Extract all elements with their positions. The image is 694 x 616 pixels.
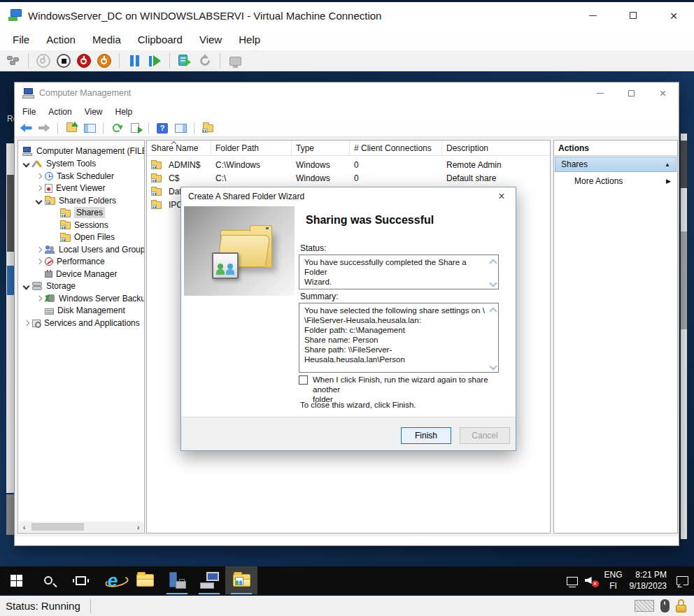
search-button[interactable]	[32, 566, 64, 594]
internet-explorer-button[interactable]: e	[97, 566, 129, 594]
tree-item-windows-server-backup[interactable]: Windows Server Backup	[18, 292, 144, 305]
save-vm-icon[interactable]	[97, 53, 112, 69]
cm-menu-help[interactable]: Help	[109, 105, 139, 119]
chevron-collapsed-icon[interactable]	[36, 259, 42, 264]
chevron-expanded-icon[interactable]	[24, 161, 29, 166]
refresh-icon[interactable]	[110, 122, 124, 134]
up-one-level-icon[interactable]	[64, 122, 78, 134]
file-explorer-button[interactable]	[129, 566, 161, 594]
actions-group-shares[interactable]: Shares▲	[555, 157, 677, 172]
cm-menu-view[interactable]: View	[78, 105, 109, 119]
reset-vm-icon[interactable]	[147, 53, 162, 69]
vm-menu-media[interactable]: Media	[84, 30, 129, 49]
finish-button[interactable]: Finish	[401, 427, 451, 444]
actions-more-actions[interactable]: More Actions▶	[555, 173, 677, 189]
start-button[interactable]	[0, 566, 32, 594]
tree-item-shared-folders[interactable]: Shared Folders	[18, 194, 144, 207]
tree-item-device-manager[interactable]: Device Manager	[18, 268, 144, 280]
scroll-up-icon[interactable]	[490, 258, 496, 264]
cm-minimize-button[interactable]	[584, 83, 616, 103]
tree-item-event-viewer[interactable]: Event Viewer	[18, 182, 144, 194]
tree-item-performance[interactable]: Performance	[18, 255, 144, 268]
status-textbox[interactable]: You have successfully completed the Shar…	[299, 255, 499, 289]
column-share-name[interactable]: Share Name	[147, 141, 211, 155]
tree-item-shares[interactable]: Shares	[18, 206, 144, 219]
pause-vm-icon[interactable]	[127, 53, 142, 69]
region-code: FI	[609, 580, 617, 592]
tree-item-task-scheduler[interactable]: Task Scheduler	[18, 170, 144, 182]
wizard-close-button[interactable]: ×	[488, 187, 516, 206]
tree-item-services-applications[interactable]: Services and Applications	[18, 317, 144, 329]
back-icon[interactable]	[19, 122, 33, 134]
computer-management-button[interactable]	[193, 566, 225, 594]
start-vm-icon[interactable]	[36, 53, 51, 69]
tree-item-open-files[interactable]: Open Files	[18, 231, 144, 243]
tree-item-computer-management[interactable]: Computer Management (FILES	[18, 145, 144, 157]
scroll-down-icon[interactable]	[490, 280, 496, 286]
actions-pane-header: Actions	[554, 141, 677, 156]
share-row-admin[interactable]: ADMIN$ C:\Windows Windows 0 Remote Admin	[147, 158, 550, 171]
column-type[interactable]: Type	[292, 141, 350, 155]
run-again-checkbox-row[interactable]: When I click Finish, run the wizard agai…	[299, 375, 516, 404]
tree-item-sessions[interactable]: Sessions	[18, 219, 144, 231]
chevron-expanded-icon[interactable]	[24, 283, 29, 289]
enhanced-session-icon[interactable]	[227, 53, 243, 69]
summary-textbox[interactable]: You have selected the following share se…	[299, 303, 499, 373]
chevron-collapsed-icon[interactable]	[36, 173, 42, 179]
collapse-group-icon[interactable]: ▲	[665, 162, 670, 168]
tree-horizontal-scrollbar[interactable]: ‹ ›	[19, 522, 143, 532]
scroll-left-arrow[interactable]: ‹	[19, 523, 29, 531]
tree-item-storage[interactable]: Storage	[18, 280, 144, 292]
vm-maximize-button[interactable]	[613, 2, 653, 29]
chevron-collapsed-icon[interactable]	[36, 247, 42, 252]
chevron-collapsed-icon[interactable]	[36, 296, 42, 301]
vm-minimize-button[interactable]	[572, 2, 613, 29]
clock[interactable]: 8:21 PM 9/18/2023	[630, 569, 667, 592]
server-manager-button[interactable]	[161, 566, 193, 594]
volume-muted-icon[interactable]: ✕	[585, 575, 597, 586]
vm-menu-clipboard[interactable]: Clipboard	[129, 30, 191, 49]
tree-item-disk-management[interactable]: Disk Management	[18, 304, 144, 317]
column-client-connections[interactable]: # Client Connections	[350, 141, 442, 155]
show-hide-console-tree-icon[interactable]	[83, 122, 97, 134]
checkpoint-icon[interactable]	[177, 53, 192, 69]
chevron-expanded-icon[interactable]	[36, 198, 42, 203]
shut-down-vm-icon[interactable]	[76, 53, 92, 69]
tree-item-local-users-groups[interactable]: Local Users and Groups	[18, 243, 144, 256]
revert-icon[interactable]	[197, 53, 213, 69]
ctrl-alt-del-icon[interactable]	[6, 53, 21, 69]
new-share-icon[interactable]	[201, 122, 215, 134]
vm-menu-file[interactable]: File	[4, 30, 38, 49]
cm-close-button[interactable]: ×	[647, 83, 679, 103]
network-icon[interactable]	[567, 577, 578, 585]
chevron-collapsed-icon[interactable]	[36, 185, 42, 191]
shared-folder-wizard-button[interactable]	[225, 566, 257, 594]
run-again-checkbox[interactable]	[299, 375, 308, 385]
vm-menu-help[interactable]: Help	[230, 30, 269, 49]
cancel-button[interactable]: Cancel	[460, 427, 510, 444]
vm-menu-action[interactable]: Action	[38, 30, 84, 49]
cm-menu-action[interactable]: Action	[42, 105, 78, 119]
column-folder-path[interactable]: Folder Path	[211, 141, 292, 155]
action-center-icon[interactable]	[677, 576, 688, 585]
scrollbar-thumb[interactable]	[31, 523, 84, 531]
scroll-up-icon[interactable]	[490, 306, 496, 312]
vm-menu-view[interactable]: View	[191, 30, 230, 49]
share-row-c[interactable]: C$ C:\ Windows 0 Default share	[147, 171, 550, 185]
chevron-collapsed-icon[interactable]	[24, 320, 29, 326]
task-view-button[interactable]	[64, 566, 97, 594]
computer-management-icon	[200, 572, 219, 589]
vm-close-button[interactable]: ×	[653, 2, 694, 29]
show-hide-action-pane-icon[interactable]	[174, 122, 187, 134]
export-list-icon[interactable]	[128, 122, 142, 134]
turn-off-vm-icon[interactable]	[56, 53, 71, 69]
help-icon[interactable]: ?	[155, 122, 169, 134]
language-indicator[interactable]: ENG FI	[604, 569, 623, 592]
cm-maximize-button[interactable]	[616, 83, 647, 103]
forward-icon[interactable]	[37, 122, 51, 134]
cm-menu-file[interactable]: File	[16, 105, 42, 119]
scroll-down-icon[interactable]	[490, 364, 496, 369]
column-description[interactable]: Description	[442, 141, 547, 155]
tree-item-system-tools[interactable]: System Tools	[18, 157, 144, 170]
scroll-right-arrow[interactable]: ›	[133, 523, 143, 531]
